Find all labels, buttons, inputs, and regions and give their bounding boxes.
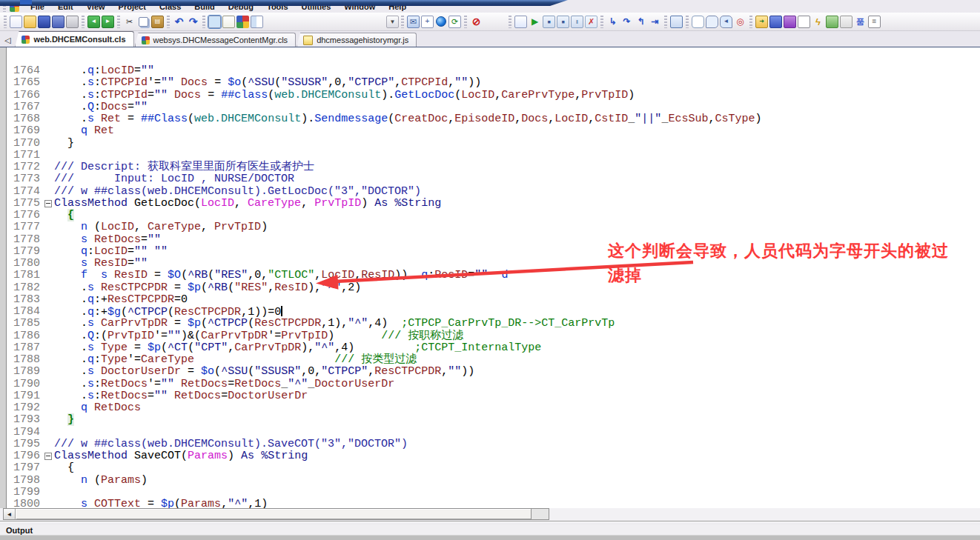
- cut-icon[interactable]: ✂: [123, 16, 136, 28]
- new-csp-page-icon[interactable]: [826, 16, 838, 28]
- code-line-1796[interactable]: 1796ClassMethod SaveCOT(Params) As %Stri…: [7, 450, 761, 462]
- step-over-icon[interactable]: ↷: [620, 16, 633, 28]
- menu-view[interactable]: View: [80, 1, 112, 13]
- code-line-1783[interactable]: 1783 .q:+ResCTPCPDR=0: [7, 294, 761, 306]
- print-icon[interactable]: [66, 16, 79, 28]
- replace-window-icon[interactable]: ◄: [720, 16, 732, 28]
- new-list-icon[interactable]: ≡: [868, 16, 881, 28]
- new-zen-page-icon[interactable]: ϟ: [812, 16, 824, 28]
- tab-scroll-left-button[interactable]: ◁: [1, 36, 15, 47]
- studio-wizard-icon[interactable]: [236, 16, 249, 28]
- copy-icon[interactable]: [139, 17, 148, 27]
- paste-icon[interactable]: ▤: [151, 16, 164, 28]
- code-line-1772[interactable]: 1772/// Descript: 获取科室里里面所有医生或者护士: [7, 161, 761, 173]
- breakpoint-margin[interactable]: [0, 47, 7, 508]
- code-line-1765[interactable]: 1765 .s:CTPCPId'="" Docs = $o(^SSU("SSUS…: [7, 77, 761, 89]
- cancel-icon[interactable]: ⊘: [470, 16, 483, 28]
- code-line-1794[interactable]: 1794: [7, 427, 761, 439]
- close-find-icon[interactable]: ◎: [734, 16, 746, 28]
- fold-collapse-icon[interactable]: [43, 450, 54, 462]
- menu-help[interactable]: Help: [382, 1, 413, 13]
- combo-dropdown-button[interactable]: ▼: [386, 16, 399, 28]
- attach-process-icon[interactable]: [514, 16, 527, 28]
- scrollbar-thumb[interactable]: [16, 509, 532, 519]
- view-others-icon[interactable]: [222, 16, 235, 28]
- menu-tools[interactable]: Tools: [260, 1, 295, 13]
- redo-icon[interactable]: ↷: [187, 16, 199, 28]
- code-line-1785[interactable]: 1785 .s CarPrvTpDR = $p(^CTPCP(ResCTPCPD…: [7, 318, 761, 330]
- start-debug-icon[interactable]: ▶: [529, 16, 541, 28]
- menu-window[interactable]: Window: [337, 1, 382, 13]
- sync-icon[interactable]: ⟳: [448, 16, 461, 28]
- run-to-cursor-icon[interactable]: ⇥: [649, 16, 661, 28]
- code-line-1764[interactable]: 1764 .q:LocID="": [7, 65, 761, 77]
- tab-dhcmessagehistorymgr.js[interactable]: dhcmessagehistorymgr.js: [297, 33, 417, 47]
- step-out-icon[interactable]: ↰: [635, 16, 647, 28]
- code-line-1773[interactable]: 1773/// Input: LocID , NURSE/DOCTOR: [7, 173, 761, 185]
- namespace-combo[interactable]: ▼: [322, 16, 399, 28]
- web-portal-icon[interactable]: [436, 16, 446, 27]
- code-line-1768[interactable]: 1768 .s Ret = ##Class(web.DHCEMConsult).…: [7, 113, 761, 125]
- split-window-icon[interactable]: [251, 16, 263, 28]
- clear-breakpoints-icon[interactable]: ✗: [585, 16, 597, 28]
- code-line-1793[interactable]: 1793 }: [7, 414, 761, 426]
- menu-project[interactable]: Project: [112, 1, 153, 13]
- code-line-1787[interactable]: 1787 .s Type = $p(^CT("CPT",CarPrvTpDR),…: [7, 342, 761, 354]
- find-window-icon[interactable]: [706, 16, 718, 28]
- menu-build[interactable]: Build: [188, 1, 222, 13]
- code-line-1791[interactable]: 1791 .s:RetDocs="" RetDocs=DoctorUserDr: [7, 390, 761, 402]
- menu-edit[interactable]: Edit: [51, 1, 80, 13]
- new-file-icon[interactable]: [840, 16, 852, 28]
- output-window-icon[interactable]: [692, 16, 704, 28]
- code-line-1789[interactable]: 1789 .s DoctorUserDr = $o(^SSU("SSUSR",0…: [7, 366, 761, 378]
- code-line-1769[interactable]: 1769 q Ret: [7, 125, 761, 137]
- new-class-icon[interactable]: [769, 16, 782, 28]
- horizontal-scrollbar[interactable]: ◄: [3, 508, 549, 520]
- break-icon[interactable]: ■: [543, 16, 555, 28]
- code-line-1766[interactable]: 1766 .s:CTPCPId="" Docs = ##class(web.DH…: [7, 90, 761, 101]
- menu-debug[interactable]: Debug: [222, 1, 260, 13]
- navigate-back-icon[interactable]: ◄: [87, 16, 100, 28]
- new-routine-icon[interactable]: [784, 16, 796, 28]
- code-line-1795[interactable]: 1795/// w ##class(web.DHCEMConsult).Save…: [7, 439, 761, 450]
- new-project-icon[interactable]: ➜: [755, 16, 768, 28]
- pause-icon[interactable]: ‖: [571, 16, 583, 28]
- code-line-1775[interactable]: 1775ClassMethod GetLocDoc(LocID, CareTyp…: [7, 198, 761, 210]
- code-line-1800[interactable]: 1800 s COTText = $p(Params,"^",1): [7, 499, 761, 508]
- code-line-1777[interactable]: 1777 n (LocID, CareType, PrvTpID): [7, 221, 761, 233]
- code-line-1798[interactable]: 1798 n (Params): [7, 475, 761, 487]
- save-all-icon[interactable]: [52, 16, 64, 28]
- stop-debug-icon[interactable]: ■: [557, 16, 569, 28]
- find-in-files-icon[interactable]: +: [421, 16, 434, 28]
- code-line-1767[interactable]: 1767 .Q:Docs="": [7, 101, 761, 113]
- code-line-1776[interactable]: 1776 {: [7, 210, 761, 221]
- scroll-left-button[interactable]: ◄: [4, 509, 16, 519]
- view-document-icon[interactable]: [208, 16, 221, 28]
- new-document-icon[interactable]: [10, 16, 22, 28]
- menu-class[interactable]: Class: [153, 1, 188, 13]
- code-line-1771[interactable]: 1771: [7, 150, 761, 161]
- code-line-1799[interactable]: 1799: [7, 487, 761, 499]
- watch-window-icon[interactable]: [670, 16, 683, 28]
- code-line-1790[interactable]: 1790 .s:RetDocs'="" RetDocs=RetDocs_"^"_…: [7, 379, 761, 390]
- code-line-1784[interactable]: 1784 .q:+$g(^CTPCP(ResCTPCPDR,1))=0: [7, 306, 761, 318]
- output-panel-header[interactable]: Output: [0, 525, 980, 535]
- menu-utilities[interactable]: Utilities: [295, 1, 338, 13]
- undo-icon[interactable]: ↶: [173, 16, 185, 28]
- open-icon[interactable]: [24, 16, 36, 28]
- menubar-grip[interactable]: [3, 2, 6, 12]
- new-window-icon[interactable]: [798, 16, 810, 28]
- code-line-1792[interactable]: 1792 q RetDocs: [7, 402, 761, 414]
- code-line-1770[interactable]: 1770 }: [7, 138, 761, 150]
- class-hierarchy-icon[interactable]: 품: [854, 16, 867, 28]
- code-line-1788[interactable]: 1788 .q:Type'=CareType /// 按类型过滤: [7, 354, 761, 366]
- step-into-icon[interactable]: ↳: [606, 16, 619, 28]
- code-line-1786[interactable]: 1786 .Q:(PrvTpID'="")&(CarPrvTpDR'=PrvTp…: [7, 330, 761, 342]
- save-icon[interactable]: [38, 16, 50, 28]
- navigate-forward-icon[interactable]: ►: [102, 16, 114, 28]
- code-line-1797[interactable]: 1797 {: [7, 462, 761, 474]
- tab-web.DHCEMConsult.cls[interactable]: web.DHCEMConsult.cls: [15, 31, 133, 47]
- fold-collapse-icon[interactable]: [43, 198, 54, 210]
- code-editor[interactable]: 1764 .q:LocID=""1765 .s:CTPCPId'="" Docs…: [0, 47, 980, 508]
- code-line-1774[interactable]: 1774/// w ##class(web.DHCEMConsult).GetL…: [7, 186, 761, 198]
